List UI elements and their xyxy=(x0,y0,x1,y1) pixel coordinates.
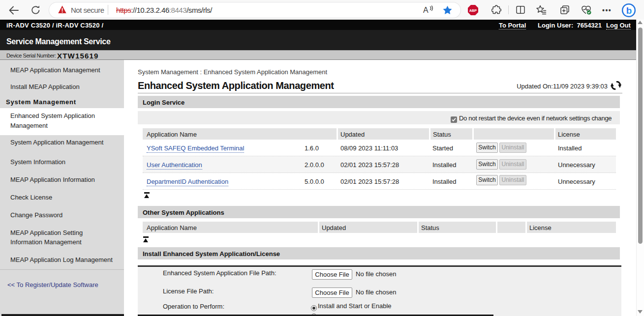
svg-text:A: A xyxy=(423,6,429,14)
svg-text:ABP: ABP xyxy=(469,8,477,13)
svg-text:b: b xyxy=(626,5,632,16)
